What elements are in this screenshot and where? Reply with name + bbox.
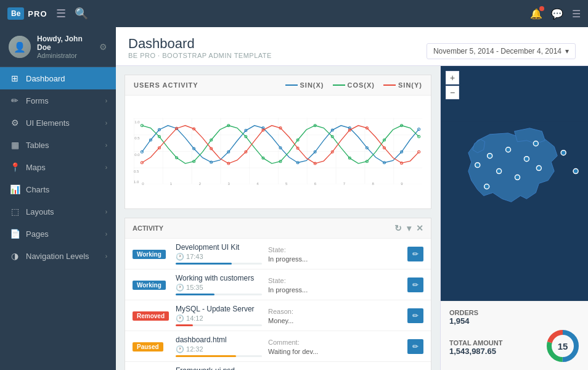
- svg-point-70: [506, 147, 511, 152]
- sidebar-item-label: Navigation Levels: [26, 252, 105, 261]
- status-badge-wrap: Working: [133, 249, 169, 258]
- navigation-icon: ◑: [9, 251, 21, 261]
- sidebar-item-label: Forms: [26, 96, 105, 105]
- sidebar-item-label: Maps: [26, 163, 105, 172]
- sidebar-item-ui-elements[interactable]: ⚙ UI Elements ›: [0, 112, 116, 134]
- sidebar-item-tables[interactable]: ▦ Tables ›: [0, 134, 116, 156]
- table-row: Done Framework-ui.psd 🕐 09:17 Complete:⬇…: [125, 362, 431, 370]
- menu-toggle-icon[interactable]: ☰: [56, 7, 66, 20]
- user-panel: 👤 Howdy, John Doe Administrator ⚙: [0, 27, 116, 67]
- sidebar-item-charts[interactable]: 📊 Charts: [0, 178, 116, 200]
- svg-point-73: [515, 175, 520, 180]
- user-role: Administrator: [37, 52, 93, 59]
- donut-chart: 15: [546, 329, 579, 363]
- task-name: MySQL - Update Server: [176, 305, 262, 313]
- svg-text:-0.5: -0.5: [134, 170, 139, 173]
- total-amount-value: 1,543,987.65: [449, 347, 502, 356]
- topbar-right: 🔔 💬 ☰: [530, 8, 581, 20]
- status-badge-wrap: Working: [133, 280, 169, 289]
- map-container: + −: [441, 66, 588, 301]
- status-badge: Working: [133, 281, 166, 290]
- content-body: USERS ACTIVITY sin(x) cos(x): [116, 66, 588, 370]
- chevron-right-icon: ›: [105, 253, 107, 260]
- ui-elements-icon: ⚙: [9, 118, 21, 128]
- search-icon[interactable]: 🔍: [75, 7, 88, 20]
- activity-action: ✏: [407, 247, 423, 261]
- progress-bar: [176, 324, 262, 326]
- gear-icon[interactable]: ⚙: [99, 42, 107, 52]
- chevron-down-icon[interactable]: ▾: [407, 223, 411, 233]
- legend-sin-y: sin(y): [383, 81, 422, 89]
- svg-point-78: [573, 169, 578, 174]
- messages-icon[interactable]: 💬: [551, 8, 563, 20]
- chevron-right-icon: ›: [105, 97, 107, 104]
- sidebar-item-dashboard[interactable]: ⊞ Dashboard: [0, 67, 116, 89]
- sidebar-item-layouts[interactable]: ⬚ Layouts ›: [0, 200, 116, 223]
- sidebar-item-pages[interactable]: 📄 Pages ›: [0, 223, 116, 245]
- chevron-right-icon: ›: [105, 231, 107, 237]
- sidebar-item-label: Layouts: [26, 207, 105, 216]
- task-info: Working with customers 🕐 15:35: [176, 274, 262, 295]
- charts-icon: 📊: [9, 184, 21, 194]
- brand-name: PRO: [28, 9, 47, 18]
- edit-button[interactable]: ✏: [407, 278, 423, 292]
- legend-label-sinx: sin(x): [300, 81, 324, 89]
- dashboard-icon: ⊞: [9, 73, 21, 83]
- refresh-icon[interactable]: ↻: [394, 223, 402, 233]
- edit-button[interactable]: ✏: [407, 308, 423, 323]
- sidebar-item-forms[interactable]: ✏ Forms ›: [0, 89, 116, 112]
- activity-action: ✏: [407, 308, 423, 323]
- progress-bar: [176, 263, 262, 265]
- content-side: + −: [440, 66, 588, 370]
- date-range-button[interactable]: November 5, 2014 - December 4, 2014 ▾: [427, 43, 576, 59]
- task-info: Development UI Kit 🕐 17:43: [176, 243, 262, 265]
- tables-icon: ▦: [9, 140, 21, 150]
- chart-svg: 1.0 0.5 0.0 -0.5 -1.0 0 1 2 3 4 5: [134, 102, 422, 200]
- activity-state: State:In progress...: [268, 245, 401, 263]
- svg-point-71: [524, 157, 529, 162]
- table-row: Working Working with customers 🕐 15:35 S…: [125, 269, 431, 300]
- notifications-icon[interactable]: 🔔: [530, 8, 542, 20]
- activity-state: Comment:Waiting for dev...: [268, 337, 401, 356]
- chevron-right-icon: ›: [105, 208, 107, 215]
- sidebar-item-label: Charts: [26, 185, 107, 194]
- task-time: 🕐 12:32: [176, 345, 262, 353]
- svg-point-77: [533, 141, 538, 146]
- close-icon[interactable]: ✕: [416, 223, 423, 233]
- edit-button[interactable]: ✏: [407, 339, 423, 354]
- total-amount-label: TOTAL AMOUNT: [449, 339, 502, 347]
- notification-badge: [539, 6, 544, 11]
- pages-icon: 📄: [9, 229, 21, 239]
- page-title: Dashboard: [128, 36, 272, 52]
- orders-count: 1,954: [449, 316, 579, 326]
- content: Dashboard BE PRO · BOOTSTRAP ADMIN TEMPL…: [116, 27, 588, 370]
- status-badge-wrap: Removed: [133, 311, 169, 320]
- activity-section: ACTIVITY ↻ ▾ ✕ Working Development UI Ki…: [125, 218, 431, 370]
- svg-text:0.5: 0.5: [134, 136, 140, 140]
- status-badge: Removed: [133, 311, 169, 321]
- status-badge: Paused: [133, 342, 163, 352]
- activity-state: Reason:Money...: [268, 306, 401, 325]
- activity-state: State:In progress...: [268, 276, 401, 294]
- sidebar-item-navigation-levels[interactable]: ◑ Navigation Levels ›: [0, 245, 116, 267]
- svg-text:0.0: 0.0: [134, 153, 140, 157]
- svg-point-74: [475, 163, 480, 168]
- progress-bar: [176, 294, 262, 295]
- user-name: Howdy, John Doe: [37, 35, 93, 52]
- forms-icon: ✏: [9, 96, 21, 105]
- sidebar-item-label: Tables: [26, 141, 105, 150]
- svg-text:-1.0: -1.0: [134, 180, 139, 184]
- sidebar-item-maps[interactable]: 📍 Maps ›: [0, 156, 116, 178]
- user-info: Howdy, John Doe Administrator: [37, 35, 93, 59]
- progress-bar: [176, 355, 262, 357]
- page-subtitle: BE PRO · BOOTSTRAP ADMIN TEMPLATE: [128, 52, 272, 59]
- edit-button[interactable]: ✏: [407, 247, 423, 261]
- activity-header: ACTIVITY ↻ ▾ ✕: [125, 218, 431, 239]
- svg-point-76: [484, 184, 489, 189]
- page-header: Dashboard BE PRO · BOOTSTRAP ADMIN TEMPL…: [116, 27, 588, 66]
- chevron-right-icon: ›: [105, 164, 107, 171]
- settings-icon[interactable]: ☰: [572, 8, 581, 20]
- legend-cos-x: cos(x): [333, 81, 375, 89]
- task-name: Framework-ui.psd: [176, 366, 262, 370]
- maps-icon: 📍: [9, 162, 21, 172]
